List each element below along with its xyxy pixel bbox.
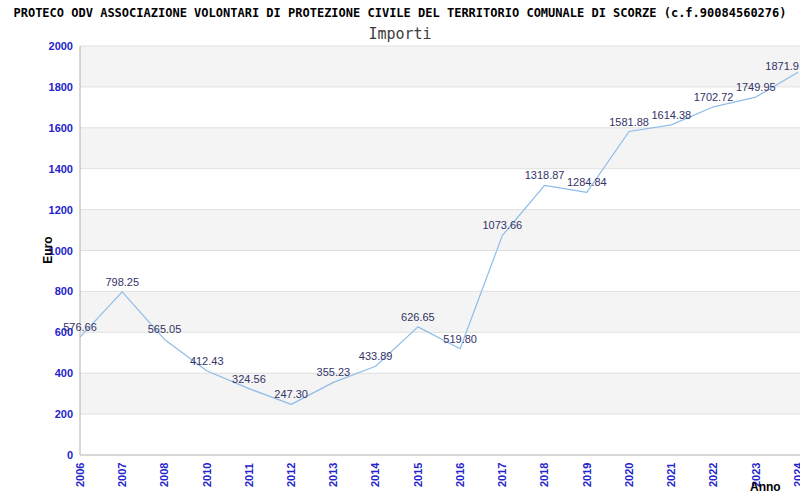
y-axis-tick-label: 1800 <box>49 81 73 93</box>
y-axis-tick-label: 1400 <box>49 163 73 175</box>
data-point-label: 1871.9 <box>765 60 799 72</box>
data-point-label: 355.23 <box>317 366 351 378</box>
x-axis-tick-label: 2021 <box>665 463 677 487</box>
y-axis-tick-label: 200 <box>55 408 73 420</box>
data-point-label: 1318.87 <box>525 169 565 181</box>
x-axis-tick-label: 2015 <box>412 463 424 487</box>
x-axis-tick-label: 2020 <box>623 463 635 487</box>
data-point-label: 519.80 <box>443 333 477 345</box>
data-point-label: 1073.66 <box>482 219 522 231</box>
data-point-label: 433.89 <box>359 350 393 362</box>
data-point-label: 324.56 <box>232 373 266 385</box>
x-axis-tick-label: 2012 <box>285 463 297 487</box>
x-axis-tick-label: 2024 <box>792 462 800 487</box>
line-chart: 0200400600800100012001400160018002000200… <box>0 0 800 500</box>
data-point-label: 1284.84 <box>567 176 607 188</box>
x-axis-title: Anno <box>750 480 781 494</box>
x-axis-tick-label: 2011 <box>243 463 255 487</box>
y-axis-title: Euro <box>41 236 55 263</box>
x-axis-tick-label: 2022 <box>707 463 719 487</box>
y-axis-tick-label: 0 <box>67 449 73 461</box>
plot-band <box>80 291 800 332</box>
y-axis-tick-label: 800 <box>55 285 73 297</box>
x-axis-tick-label: 2010 <box>201 463 213 487</box>
data-point-label: 565.05 <box>148 323 182 335</box>
x-axis-tick-label: 2007 <box>116 463 128 487</box>
plot-band <box>80 128 800 169</box>
data-point-label: 1581.88 <box>609 116 649 128</box>
x-axis-tick-label: 2006 <box>74 463 86 487</box>
data-point-label: 412.43 <box>190 355 224 367</box>
data-point-label: 1614.38 <box>651 109 691 121</box>
x-axis-tick-label: 2017 <box>496 463 508 487</box>
plot-band <box>80 46 800 87</box>
y-axis-tick-label: 2000 <box>49 40 73 52</box>
plot-band <box>80 373 800 414</box>
x-axis-tick-label: 2016 <box>454 463 466 487</box>
x-axis-tick-label: 2018 <box>538 463 550 487</box>
data-point-label: 1702.72 <box>694 91 734 103</box>
data-point-label: 798.25 <box>105 276 139 288</box>
data-point-label: 626.65 <box>401 311 435 323</box>
y-axis-tick-label: 400 <box>55 367 73 379</box>
y-axis-tick-label: 1600 <box>49 122 73 134</box>
chart-canvas: PROTECO ODV ASSOCIAZIONE VOLONTARI DI PR… <box>0 0 800 500</box>
plot-band <box>80 210 800 251</box>
data-point-label: 247.30 <box>274 388 308 400</box>
x-axis-tick-label: 2019 <box>581 463 593 487</box>
x-axis-tick-label: 2013 <box>327 463 339 487</box>
y-axis-tick-label: 1200 <box>49 204 73 216</box>
x-axis-tick-label: 2008 <box>158 463 170 487</box>
data-point-label: 576.66 <box>63 321 97 333</box>
data-point-label: 1749.95 <box>736 81 776 93</box>
x-axis-tick-label: 2014 <box>369 462 381 487</box>
